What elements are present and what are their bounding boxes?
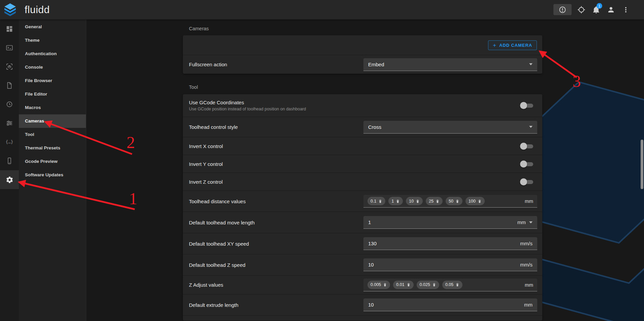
tool-section-heading: Tool [189, 84, 542, 90]
trash-icon[interactable] [455, 199, 459, 203]
z-adjust-values-field[interactable]: 0.005 0.01 0.025 0.05 mm [363, 279, 537, 291]
vertical-scrollbar[interactable] [641, 140, 643, 189]
plus-icon: + [493, 42, 496, 48]
unit-label: mm [525, 198, 533, 204]
sidebar-item-tool[interactable]: Tool [19, 128, 86, 141]
use-gcode-coordinates-toggle[interactable] [520, 102, 534, 109]
invert-z-toggle[interactable] [520, 178, 534, 185]
fullscreen-action-select[interactable]: Embed [363, 58, 537, 71]
emergency-stop-button[interactable] [553, 4, 572, 15]
add-camera-button[interactable]: + ADD CAMERA [488, 40, 537, 50]
fluidd-logo-icon [4, 3, 16, 16]
z-adjust-chip[interactable]: 0.05 [442, 281, 462, 289]
distance-chip[interactable]: 50 [446, 197, 462, 205]
sidebar-item-software-updates[interactable]: Software Updates [19, 168, 86, 182]
row-label: Default extrude length [189, 302, 363, 308]
rail-item-jobs[interactable] [0, 76, 19, 95]
z-adjust-chip[interactable]: 0.01 [393, 281, 413, 289]
console-icon [6, 44, 13, 51]
nav-rail: {…} [0, 20, 19, 321]
trash-icon[interactable] [396, 199, 400, 203]
sidebar-item-file-browser[interactable]: File Browser [19, 74, 86, 87]
settings-sidebar: General Theme Authentication Console Fil… [19, 20, 86, 321]
rail-item-settings[interactable] [0, 170, 19, 189]
braces-icon: {…} [6, 138, 13, 146]
rail-item-console[interactable] [0, 38, 19, 57]
row-sublabel: Use GCode position instead of toolhead p… [189, 107, 363, 111]
trash-icon[interactable] [416, 199, 420, 203]
sidebar-item-authentication[interactable]: Authentication [19, 47, 86, 61]
notifications-button[interactable]: 1 [591, 5, 601, 14]
default-toolhead-move-length-input[interactable]: 1 mm [363, 216, 537, 229]
account-button[interactable] [606, 5, 616, 14]
rail-item-history[interactable] [0, 95, 19, 114]
row-label: Toolhead control style [189, 124, 363, 130]
add-camera-label: ADD CAMERA [499, 43, 532, 48]
app-bar: fluidd 1 [0, 0, 644, 20]
notification-badge: 1 [597, 3, 602, 9]
sidebar-item-file-editor[interactable]: File Editor [19, 87, 86, 101]
z-adjust-chip[interactable]: 0.005 [367, 281, 390, 289]
default-toolhead-xy-speed-input[interactable]: 130 mm/s [363, 237, 537, 250]
device-icon [6, 157, 13, 165]
unit-label: mm [517, 219, 526, 225]
row-invert-z: Invert Z control [183, 173, 542, 190]
z-adjust-chip[interactable]: 0.025 [417, 281, 439, 289]
trash-icon[interactable] [407, 283, 411, 287]
app-title: fluidd [25, 4, 50, 15]
trash-icon[interactable] [432, 283, 436, 287]
row-label: Invert Y control [189, 161, 363, 167]
invert-y-toggle[interactable] [520, 160, 534, 168]
rail-item-dashboard[interactable] [0, 20, 19, 38]
toolhead-control-style-select[interactable]: Cross [363, 121, 537, 134]
tune-icon [6, 119, 13, 127]
rail-item-system[interactable] [0, 151, 19, 170]
default-toolhead-z-speed-input[interactable]: 10 mm/s [363, 258, 537, 271]
row-default-toolhead-move-length: Default toolhead move length 1 mm [183, 212, 542, 233]
sidebar-item-macros[interactable]: Macros [19, 101, 86, 114]
rail-item-macros[interactable]: {…} [0, 133, 19, 151]
sidebar-item-cameras[interactable]: Cameras [19, 114, 86, 128]
row-invert-y: Invert Y control [183, 155, 542, 173]
row-default-extrude-length: Default extrude length 10 mm [183, 294, 542, 315]
unit-label: mm [524, 302, 533, 308]
sidebar-item-general[interactable]: General [19, 20, 86, 34]
chevron-down-icon[interactable] [529, 221, 533, 223]
trash-icon[interactable] [455, 283, 459, 287]
distance-chip[interactable]: 25 [426, 197, 443, 205]
row-use-gcode-coordinates: Use GCode Coordinates Use GCode position… [183, 94, 542, 117]
cameras-card: + ADD CAMERA Fullscreen action Embed [183, 35, 542, 74]
distance-chip[interactable]: 0.1 [367, 197, 385, 205]
trash-icon[interactable] [436, 199, 440, 203]
invert-x-toggle[interactable] [520, 143, 534, 150]
sidebar-item-console[interactable]: Console [19, 61, 86, 74]
kebab-icon [622, 6, 630, 14]
trash-icon[interactable] [478, 199, 482, 203]
row-z-adjust-values: Z Adjust values 0.005 0.01 0.025 0.05 mm [183, 275, 542, 294]
sidebar-item-gcode-preview[interactable]: Gcode Preview [19, 155, 86, 168]
row-toolhead-distance-values: Toolhead distance values 0.1 1 10 25 50 … [183, 190, 542, 212]
toolhead-distance-values-field[interactable]: 0.1 1 10 25 50 100 mm [363, 195, 537, 208]
row-default-toolhead-z-speed: Default toolhead Z speed 10 mm/s [183, 254, 542, 275]
unit-label: mm/s [520, 241, 533, 246]
trash-icon[interactable] [378, 199, 382, 203]
row-partial [183, 315, 542, 321]
distance-chip[interactable]: 100 [465, 197, 485, 205]
rail-item-tune[interactable] [0, 114, 19, 133]
trash-icon[interactable] [383, 283, 387, 287]
row-label: Invert Z control [189, 179, 363, 185]
person-icon [607, 6, 615, 14]
overflow-menu-button[interactable] [621, 5, 631, 14]
row-invert-x: Invert X control [183, 137, 542, 155]
row-label: Default toolhead Z speed [189, 262, 363, 268]
distance-chip[interactable]: 1 [388, 197, 403, 205]
svg-text:{…}: {…} [6, 139, 13, 144]
sidebar-item-theme[interactable]: Theme [19, 34, 86, 47]
distance-chip[interactable]: 10 [406, 197, 423, 205]
row-default-toolhead-xy-speed: Default toolhead XY speed 130 mm/s [183, 233, 542, 254]
sidebar-item-thermal-presets[interactable]: Thermal Presets [19, 141, 86, 155]
rail-item-gcode-preview[interactable] [0, 57, 19, 76]
row-label: Z Adjust values [189, 282, 363, 288]
crosshair-icon[interactable] [577, 5, 586, 14]
default-extrude-length-input[interactable]: 10 mm [363, 298, 537, 311]
